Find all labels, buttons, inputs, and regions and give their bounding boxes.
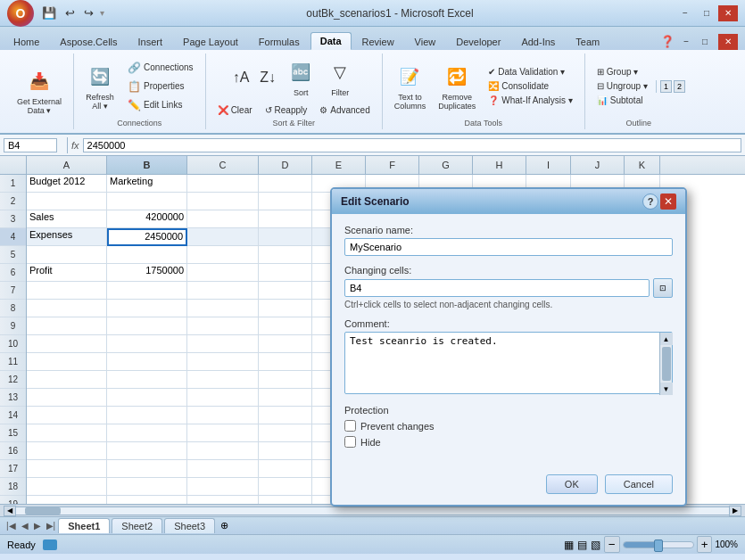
hide-label[interactable]: Hide [360, 437, 381, 448]
comment-textarea[interactable]: Test sceanrio is created. [344, 332, 673, 394]
prevent-changes-row: Prevent changes [344, 420, 673, 432]
dialog-footer: OK Cancel [332, 467, 685, 505]
dialog-title-bar: Edit Scenario ? ✕ [332, 189, 685, 214]
comment-field: Comment: Test sceanrio is created. ▲ ▼ [344, 318, 673, 396]
changing-cells-hint: Ctrl+click cells to select non-adjacent … [344, 300, 673, 309]
dialog-help-button[interactable]: ? [642, 194, 658, 210]
hide-checkbox[interactable] [344, 436, 356, 448]
protection-label: Protection [344, 405, 673, 416]
comment-container: Test sceanrio is created. ▲ ▼ [344, 332, 673, 396]
dialog-body: Scenario name: Changing cells: ⊡ Ctrl+cl… [332, 214, 685, 467]
prevent-changes-checkbox[interactable] [344, 420, 356, 432]
scroll-down-btn[interactable]: ▼ [660, 383, 673, 395]
scenario-name-input[interactable] [344, 238, 673, 256]
dialog-close-button[interactable]: ✕ [660, 194, 676, 210]
hide-row: Hide [344, 436, 673, 448]
dialog-title-buttons: ? ✕ [642, 194, 676, 210]
scenario-name-field: Scenario name: [344, 225, 673, 256]
comment-label: Comment: [344, 318, 673, 329]
scroll-up-btn[interactable]: ▲ [660, 333, 673, 345]
range-picker-icon: ⊡ [659, 284, 666, 292]
scenario-name-label: Scenario name: [344, 225, 673, 235]
scroll-thumb [662, 347, 671, 381]
range-picker-button[interactable]: ⊡ [653, 278, 673, 298]
edit-scenario-dialog: Edit Scenario ? ✕ Scenario name: Changin… [330, 187, 687, 506]
changing-cells-field: Changing cells: ⊡ Ctrl+click cells to se… [344, 265, 673, 309]
prevent-changes-label[interactable]: Prevent changes [360, 421, 435, 432]
dialog-overlay: Edit Scenario ? ✕ Scenario name: Changin… [0, 0, 745, 554]
changing-cells-row: ⊡ [344, 278, 673, 298]
dialog-title: Edit Scenario [341, 195, 410, 208]
cancel-button[interactable]: Cancel [605, 474, 673, 494]
changing-cells-label: Changing cells: [344, 265, 673, 276]
ok-button[interactable]: OK [546, 474, 598, 494]
changing-cells-input[interactable] [344, 279, 650, 297]
comment-scrollbar[interactable]: ▲ ▼ [659, 333, 672, 395]
protection-section: Protection Prevent changes Hide [344, 405, 673, 448]
